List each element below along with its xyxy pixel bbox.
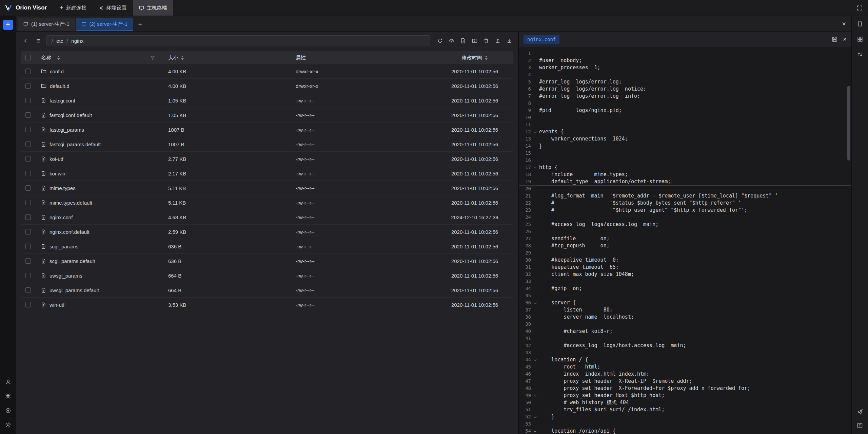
- code-line[interactable]: 1: [519, 50, 851, 57]
- code-line[interactable]: 5#error_log logs/error.log;: [519, 78, 851, 86]
- filter-funnel-icon[interactable]: [150, 55, 155, 60]
- table-row[interactable]: koi-utf2.77 KB-rw-r--r--2020-11-01 10:02…: [21, 152, 513, 166]
- code-line[interactable]: 17http {: [519, 164, 851, 171]
- code-line[interactable]: 39: [519, 321, 851, 328]
- code-line[interactable]: 29: [519, 249, 851, 257]
- fold-chevron-icon[interactable]: [531, 299, 539, 306]
- upload-icon[interactable]: [495, 38, 500, 43]
- table-row[interactable]: mime.types5.11 KB-rw-r--r--2020-11-01 10…: [21, 181, 513, 195]
- file-name[interactable]: uwsgi_params: [50, 273, 82, 279]
- code-line[interactable]: 4: [519, 71, 851, 78]
- send-command-icon[interactable]: [857, 409, 863, 415]
- swap-vertical-icon[interactable]: [857, 52, 863, 57]
- sort-mtime-icon[interactable]: [485, 56, 488, 60]
- code-line[interactable]: 35: [519, 292, 851, 299]
- file-name[interactable]: nginx.conf.default: [50, 229, 90, 235]
- row-checkbox[interactable]: [25, 244, 31, 249]
- table-row[interactable]: conf.d4.00 KBdrwxr-xr-x2020-11-01 10:02:…: [21, 64, 513, 79]
- command-shortcut-icon[interactable]: ⌘: [5, 393, 11, 399]
- code-line[interactable]: 36 server {: [519, 299, 851, 306]
- table-row[interactable]: koi-win2.17 KB-rw-r--r--2020-11-01 10:02…: [21, 166, 513, 181]
- editor-scrollbar[interactable]: [847, 86, 850, 161]
- nav-item-terminal-settings[interactable]: 终端设置: [93, 0, 133, 16]
- code-line[interactable]: 9#pid logs/nginx.pid;: [519, 107, 851, 114]
- table-row[interactable]: fastcgi.conf.default1.05 KB-rw-r--r--202…: [21, 108, 513, 122]
- table-row[interactable]: scgi_params.default636 B-rw-r--r--2020-1…: [21, 254, 513, 268]
- table-row[interactable]: scgi_params636 B-rw-r--r--2020-11-01 10:…: [21, 239, 513, 254]
- code-line[interactable]: 31 keepalive_timeout 65;: [519, 264, 851, 271]
- code-line[interactable]: 15: [519, 150, 851, 157]
- tab-server-1[interactable]: (1) server-生产-1: [18, 18, 75, 31]
- editor-file-tab[interactable]: nginx.conf: [524, 35, 559, 44]
- column-header-size[interactable]: 大小: [168, 55, 178, 61]
- file-name[interactable]: fastcgi_params.default: [50, 141, 101, 147]
- code-line[interactable]: 26: [519, 228, 851, 235]
- code-line[interactable]: 32 client_max_body_size 1048m;: [519, 271, 851, 278]
- table-row[interactable]: win-utf3.53 KB-rw-r--r--2020-11-01 10:02…: [21, 298, 513, 312]
- code-line[interactable]: 24: [519, 214, 851, 221]
- row-checkbox[interactable]: [25, 273, 31, 278]
- table-row[interactable]: fastcgi_params1007 B-rw-r--r--2020-11-01…: [21, 122, 513, 137]
- code-line[interactable]: 3worker_processes 1;: [519, 64, 851, 71]
- code-line[interactable]: 2#user nobody;: [519, 57, 851, 64]
- table-row[interactable]: nginx.conf.default2.59 KB-rw-r--r--2020-…: [21, 225, 513, 239]
- download-icon[interactable]: [507, 38, 512, 43]
- code-line[interactable]: 6#error_log logs/error.log notice;: [519, 86, 851, 93]
- row-checkbox[interactable]: [25, 127, 31, 132]
- code-line[interactable]: 27 sendfile on;: [519, 235, 851, 242]
- code-line[interactable]: 54 location /orion/api {: [519, 428, 851, 434]
- code-line[interactable]: 13 worker_connections 1024;: [519, 135, 851, 143]
- file-name[interactable]: fastcgi.conf.default: [50, 112, 92, 118]
- code-line[interactable]: 41: [519, 335, 851, 342]
- row-checkbox[interactable]: [25, 229, 31, 234]
- code-line[interactable]: 50 # web history 模式 404: [519, 399, 851, 406]
- table-row[interactable]: uwsgi_params.default664 B-rw-r--r--2020-…: [21, 283, 513, 298]
- row-checkbox[interactable]: [25, 69, 31, 74]
- fullscreen-icon[interactable]: [857, 5, 863, 11]
- code-line[interactable]: 52 }: [519, 413, 851, 420]
- row-checkbox[interactable]: [25, 171, 31, 176]
- table-row[interactable]: nginx.conf4.68 KB-rw-r--r--2024-12-10 16…: [21, 210, 513, 225]
- fold-chevron-icon[interactable]: [531, 356, 539, 363]
- sort-name-icon[interactable]: [57, 56, 60, 60]
- code-line[interactable]: 25 #access_log logs/access.log main;: [519, 221, 851, 228]
- select-all-checkbox[interactable]: [25, 55, 31, 60]
- code-line[interactable]: 7#error_log logs/error.log info;: [519, 93, 851, 100]
- code-line[interactable]: 28 #tcp_nopush on;: [519, 242, 851, 249]
- row-checkbox[interactable]: [25, 200, 31, 205]
- file-name[interactable]: fastcgi_params: [50, 127, 84, 133]
- code-line[interactable]: 33: [519, 278, 851, 285]
- show-hidden-eye-icon[interactable]: [449, 38, 454, 43]
- sort-size-icon[interactable]: [181, 56, 184, 60]
- code-line[interactable]: 53: [519, 420, 851, 428]
- code-line[interactable]: 38 server_name localhost;: [519, 314, 851, 321]
- fold-chevron-icon[interactable]: [531, 428, 539, 434]
- file-name[interactable]: koi-utf: [50, 156, 63, 162]
- code-line[interactable]: 37 listen 80;: [519, 306, 851, 314]
- new-folder-icon[interactable]: [472, 38, 477, 43]
- file-name[interactable]: scgi_params.default: [50, 258, 95, 264]
- row-checkbox[interactable]: [25, 141, 31, 147]
- code-line[interactable]: 11: [519, 121, 851, 128]
- fold-chevron-icon[interactable]: [531, 413, 539, 420]
- row-checkbox[interactable]: [25, 112, 31, 118]
- save-icon[interactable]: [832, 36, 837, 42]
- new-file-icon[interactable]: [460, 38, 466, 43]
- code-line[interactable]: 45 root html;: [519, 363, 851, 371]
- row-checkbox[interactable]: [25, 185, 31, 191]
- file-name[interactable]: uwsgi_params.default: [50, 287, 99, 293]
- editor-close-icon[interactable]: ×: [843, 36, 847, 42]
- row-checkbox[interactable]: [25, 258, 31, 264]
- code-line[interactable]: 47 proxy_set_header X-Real-IP $remote_ad…: [519, 378, 851, 385]
- settings-gear-icon[interactable]: [5, 422, 11, 428]
- code-line[interactable]: 8: [519, 100, 851, 107]
- file-name[interactable]: koi-win: [50, 171, 65, 176]
- add-tab-button[interactable]: +: [134, 18, 146, 31]
- code-line[interactable]: 18 include mime.types;: [519, 171, 851, 178]
- path-segment[interactable]: etc: [56, 38, 63, 44]
- close-panel-icon[interactable]: ×: [842, 20, 846, 27]
- row-checkbox[interactable]: [25, 98, 31, 103]
- code-line[interactable]: 16: [519, 157, 851, 164]
- table-row[interactable]: uwsgi_params664 B-rw-r--r--2020-11-01 10…: [21, 268, 513, 283]
- file-name[interactable]: nginx.conf: [50, 214, 73, 220]
